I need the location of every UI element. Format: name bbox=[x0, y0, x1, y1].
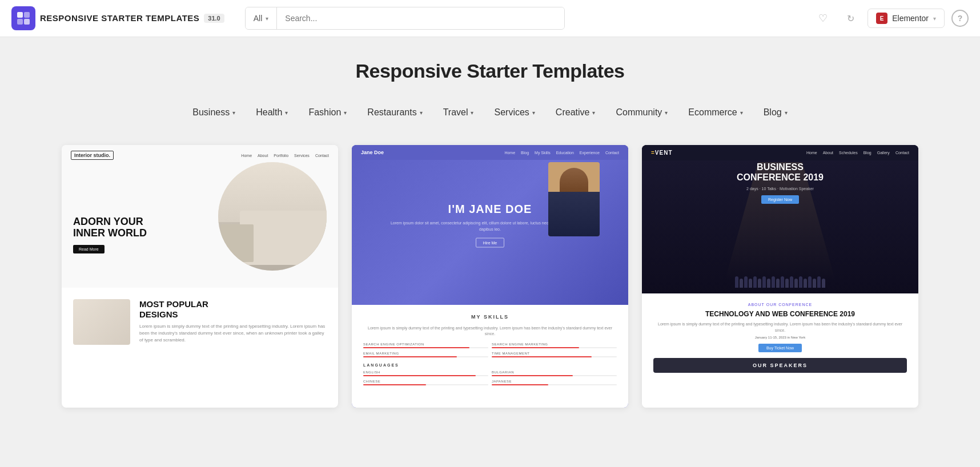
filter-chevron-icon: ▾ bbox=[266, 15, 268, 22]
version-badge: 31.0 bbox=[204, 14, 224, 23]
interior-nav-links: Home About Portfolio Services Contact bbox=[241, 154, 329, 158]
cat-creative-label: Creative bbox=[556, 107, 590, 118]
template-jane-doe[interactable]: Jane Doe Home Blog My Skills Education E… bbox=[352, 145, 628, 408]
jane-top-section: Jane Doe Home Blog My Skills Education E… bbox=[352, 145, 628, 305]
refresh-button[interactable]: ↻ bbox=[840, 8, 861, 29]
jane-skills-desc: Lorem ipsum is simply dummy text of the … bbox=[363, 325, 617, 337]
cat-restaurants[interactable]: Restaurants ▾ bbox=[358, 103, 431, 122]
svg-rect-1 bbox=[24, 12, 30, 18]
event-ticket-btn[interactable]: Buy Ticket Now bbox=[758, 344, 802, 352]
cat-services-chevron-icon: ▾ bbox=[532, 110, 535, 116]
jane-photo bbox=[548, 162, 600, 236]
cat-health-label: Health bbox=[256, 107, 282, 118]
jane-hire-btn[interactable]: Hire Me bbox=[476, 238, 505, 248]
interior-description: Lorem ipsum is simply dummy text of the … bbox=[139, 323, 327, 344]
cat-business-label: Business bbox=[192, 107, 230, 118]
cat-ecommerce[interactable]: Ecommerce ▾ bbox=[679, 103, 752, 122]
cat-blog-chevron-icon: ▾ bbox=[785, 110, 788, 116]
interior-logo: Interior studio. bbox=[71, 151, 114, 160]
interior-read-more-btn[interactable]: Read More bbox=[73, 245, 105, 253]
event-top-section: =VENT Home About Schedules Blog Gallery … bbox=[642, 145, 918, 293]
header: RESPONSIVE STARTER TEMPLATES 31.0 All ▾ … bbox=[0, 0, 980, 37]
room-image bbox=[218, 162, 327, 271]
templates-grid: Interior studio. Home About Portfolio Se… bbox=[62, 145, 918, 408]
jane-nav-links: Home Blog My Skills Education Experience… bbox=[504, 151, 619, 155]
cat-ecommerce-chevron-icon: ▾ bbox=[740, 110, 743, 116]
cat-business[interactable]: Business ▾ bbox=[183, 103, 244, 122]
cat-services[interactable]: Services ▾ bbox=[485, 103, 544, 122]
interior-popular-title: MOST POPULAR DESIGNS bbox=[139, 299, 327, 320]
interior-thumbnail bbox=[73, 299, 130, 345]
app-logo-icon bbox=[11, 6, 35, 30]
cat-blog-label: Blog bbox=[764, 107, 782, 118]
skill-sem: SEARCH ENGINE MARKETING bbox=[492, 343, 617, 348]
cat-restaurants-chevron-icon: ▾ bbox=[420, 110, 423, 116]
skill-sem-bar bbox=[492, 347, 579, 348]
skill-email: EMAIL MARKETING bbox=[363, 352, 488, 357]
elementor-label: Elementor bbox=[892, 14, 929, 23]
event-speakers-bar: OUR SPEAKERS bbox=[653, 358, 907, 373]
search-input[interactable] bbox=[277, 7, 564, 29]
languages-section: LANGUAGES ENGLISH BULGARIAN CHINESE bbox=[363, 363, 617, 385]
cat-community[interactable]: Community ▾ bbox=[607, 103, 677, 122]
help-button[interactable]: ? bbox=[951, 10, 969, 27]
interior-bottom-section: MOST POPULAR DESIGNS Lorem ipsum is simp… bbox=[62, 288, 338, 408]
lang-chinese: CHINESE bbox=[363, 380, 488, 385]
help-icon: ? bbox=[958, 14, 963, 23]
header-right: ♡ ↻ E Elementor ▾ ? bbox=[813, 8, 969, 29]
lang-english: ENGLISH bbox=[363, 371, 488, 376]
languages-title: LANGUAGES bbox=[363, 363, 617, 367]
lang-bulgarian-bar bbox=[492, 375, 573, 376]
event-about-label: About Our Conference bbox=[653, 303, 907, 307]
cat-business-chevron-icon: ▾ bbox=[232, 110, 235, 116]
jane-skills-section: MY SKILLS Lorem ipsum is simply dummy te… bbox=[352, 305, 628, 408]
template-interior-studio[interactable]: Interior studio. Home About Portfolio Se… bbox=[62, 145, 338, 408]
search-filter-dropdown[interactable]: All ▾ bbox=[246, 7, 278, 29]
refresh-icon: ↻ bbox=[847, 13, 854, 24]
event-conference-detail: 2 days · 10 Talks · Motivation Speaker bbox=[642, 187, 918, 191]
interior-top-section: Interior studio. Home About Portfolio Se… bbox=[62, 145, 338, 288]
lang-chinese-bar bbox=[363, 384, 426, 385]
jane-brand: Jane Doe bbox=[361, 150, 384, 155]
cat-health[interactable]: Health ▾ bbox=[247, 103, 297, 122]
languages-grid: ENGLISH BULGARIAN CHINESE JAPANESE bbox=[363, 371, 617, 385]
lang-japanese: JAPANESE bbox=[492, 380, 617, 385]
logo-area[interactable]: RESPONSIVE STARTER TEMPLATES 31.0 bbox=[11, 6, 224, 30]
page-title: Responsive Starter Templates bbox=[11, 60, 969, 82]
search-bar: All ▾ bbox=[245, 7, 565, 30]
interior-hero-title: ADORN YOUR INNER WORLD bbox=[73, 216, 147, 239]
skill-time: TIME MANAGEMENT bbox=[492, 352, 617, 357]
cat-community-chevron-icon: ▾ bbox=[665, 110, 668, 116]
cat-creative[interactable]: Creative ▾ bbox=[547, 103, 605, 122]
category-nav: Business ▾ Health ▾ Fashion ▾ Restaurant… bbox=[11, 103, 969, 122]
lang-english-bar bbox=[363, 375, 476, 376]
skills-grid: SEARCH ENGINE OPTIMIZATION SEARCH ENGINE… bbox=[363, 343, 617, 357]
skill-seo-bar bbox=[363, 347, 469, 348]
elementor-logo-icon: E bbox=[876, 13, 887, 24]
event-bottom-section: About Our Conference TECHNOLOGY AND WEB … bbox=[642, 293, 918, 408]
cat-creative-chevron-icon: ▾ bbox=[592, 110, 595, 116]
event-register-btn[interactable]: Register Now bbox=[761, 195, 799, 204]
skill-email-bar bbox=[363, 356, 457, 357]
jane-skills-title: MY SKILLS bbox=[363, 314, 617, 320]
cat-ecommerce-label: Ecommerce bbox=[688, 107, 737, 118]
cat-travel[interactable]: Travel ▾ bbox=[434, 103, 483, 122]
svg-rect-2 bbox=[17, 19, 23, 25]
elementor-button[interactable]: E Elementor ▾ bbox=[867, 9, 945, 28]
event-hero-content: BUSINESS CONFERENCE 2019 2 days · 10 Tal… bbox=[642, 145, 918, 204]
favorites-button[interactable]: ♡ bbox=[813, 8, 833, 29]
interior-nav: Interior studio. Home About Portfolio Se… bbox=[62, 151, 338, 160]
interior-bottom-text: MOST POPULAR DESIGNS Lorem ipsum is simp… bbox=[139, 299, 327, 344]
event-crowd bbox=[642, 242, 918, 288]
skill-time-bar bbox=[492, 356, 592, 357]
elementor-chevron-icon: ▾ bbox=[933, 15, 936, 22]
template-event-conference[interactable]: =VENT Home About Schedules Blog Gallery … bbox=[642, 145, 918, 408]
lang-bulgarian: BULGARIAN bbox=[492, 371, 617, 376]
cat-restaurants-label: Restaurants bbox=[367, 107, 416, 118]
room-circle bbox=[218, 162, 327, 271]
filter-label: All bbox=[254, 14, 263, 23]
heart-icon: ♡ bbox=[818, 12, 828, 25]
cat-blog[interactable]: Blog ▾ bbox=[754, 103, 797, 122]
cat-fashion[interactable]: Fashion ▾ bbox=[299, 103, 356, 122]
jane-body bbox=[548, 192, 600, 236]
